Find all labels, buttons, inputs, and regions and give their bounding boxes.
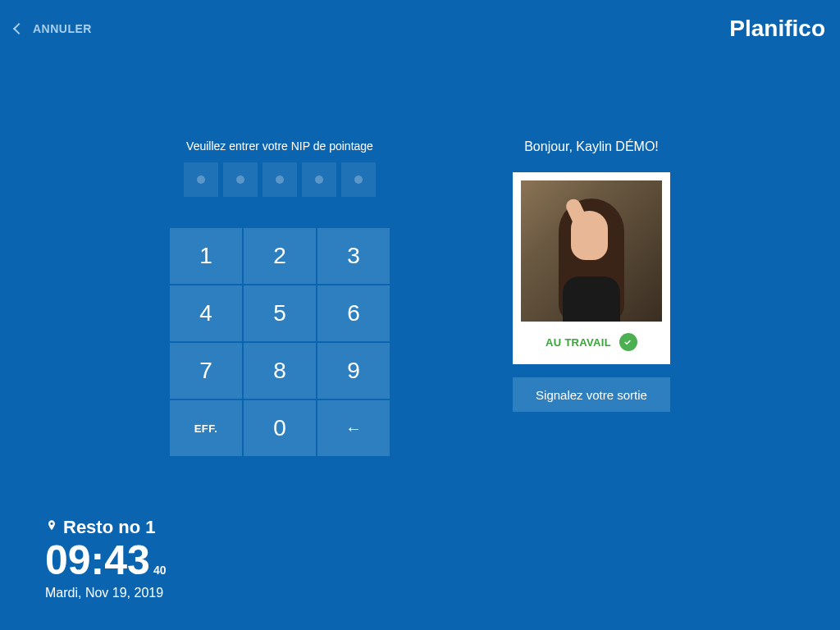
user-column: Bonjour, Kaylin DÉMO! AU TRAVAIL Signale…: [513, 139, 670, 456]
status-row: AU TRAVAIL: [546, 333, 637, 351]
user-avatar: [521, 180, 662, 322]
keypad-column: Veuillez entrer votre NIP de pointage 1 …: [170, 139, 390, 456]
chevron-left-icon: [13, 23, 25, 34]
pin-slot: [341, 162, 376, 197]
keypad-key-8[interactable]: 8: [244, 343, 316, 399]
keypad-clear-button[interactable]: EFF.: [170, 400, 242, 456]
clock-row: 09:43 40: [45, 540, 166, 581]
header: ANNULER Planifico: [0, 0, 840, 57]
check-circle-icon: [619, 333, 637, 351]
sign-out-button[interactable]: Signalez votre sortie: [513, 377, 670, 412]
keypad-key-9[interactable]: 9: [317, 343, 390, 399]
keypad-instruction: Veuillez entrer votre NIP de pointage: [186, 139, 373, 153]
location-row: Resto no 1: [45, 517, 166, 538]
keypad-backspace-button[interactable]: ←: [317, 400, 390, 456]
keypad-key-5[interactable]: 5: [244, 285, 316, 341]
keypad-key-6[interactable]: 6: [317, 285, 390, 341]
brand-title: Planifico: [729, 16, 825, 42]
footer: Resto no 1 09:43 40 Mardi, Nov 19, 2019: [45, 517, 166, 600]
pin-dot-icon: [276, 176, 284, 184]
keypad-key-3[interactable]: 3: [317, 228, 390, 284]
cancel-label: ANNULER: [33, 22, 92, 35]
user-card: AU TRAVAIL: [513, 172, 670, 364]
date-text: Mardi, Nov 19, 2019: [45, 586, 166, 600]
clock-seconds: 40: [153, 564, 167, 577]
keypad-key-1[interactable]: 1: [170, 228, 242, 284]
map-pin-icon: [45, 518, 58, 537]
location-name: Resto no 1: [63, 517, 155, 538]
pin-dot-icon: [236, 176, 244, 184]
keypad-key-7[interactable]: 7: [170, 343, 242, 399]
keypad-key-0[interactable]: 0: [244, 400, 316, 456]
pin-slot: [223, 162, 258, 197]
cancel-button[interactable]: ANNULER: [15, 22, 92, 35]
pin-indicator-row: [184, 162, 376, 197]
pin-slot: [184, 162, 218, 197]
pin-dot-icon: [315, 176, 323, 184]
avatar-figure: [542, 190, 641, 322]
pin-dot-icon: [354, 176, 363, 184]
pin-slot: [262, 162, 297, 197]
keypad-key-2[interactable]: 2: [244, 228, 316, 284]
backspace-icon: ←: [345, 419, 362, 438]
main-content: Veuillez entrer votre NIP de pointage 1 …: [0, 139, 840, 456]
numeric-keypad: 1 2 3 4 5 6 7 8 9 EFF. 0 ←: [170, 228, 390, 456]
keypad-key-4[interactable]: 4: [170, 285, 242, 341]
greeting-text: Bonjour, Kaylin DÉMO!: [524, 139, 659, 154]
pin-dot-icon: [197, 176, 205, 184]
status-label: AU TRAVAIL: [546, 336, 611, 349]
clock-hhmm: 09:43: [45, 540, 150, 581]
pin-slot: [302, 162, 336, 197]
